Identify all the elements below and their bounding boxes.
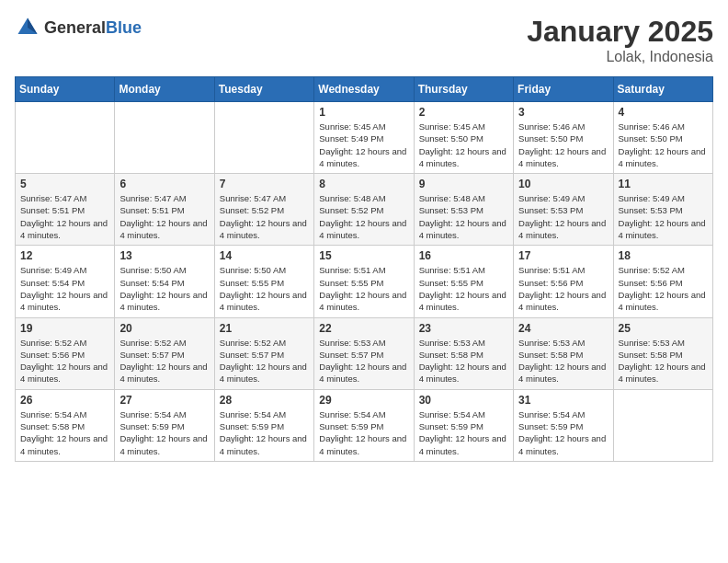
day-number: 12 [20, 249, 109, 262]
day-info: Sunrise: 5:50 AMSunset: 5:55 PMDaylight:… [220, 264, 309, 313]
day-info: Sunrise: 5:53 AMSunset: 5:58 PMDaylight:… [518, 337, 608, 385]
day-number: 4 [619, 106, 708, 119]
day-number: 17 [518, 249, 608, 262]
day-info: Sunrise: 5:47 AMSunset: 5:52 PMDaylight:… [220, 192, 309, 241]
day-number: 13 [119, 249, 209, 262]
calendar-cell: 29Sunrise: 5:54 AMSunset: 5:59 PMDayligh… [314, 389, 414, 461]
day-number: 14 [220, 249, 309, 262]
weekday-header: Saturday [613, 77, 712, 102]
calendar-cell: 2Sunrise: 5:45 AMSunset: 5:50 PMDaylight… [414, 102, 513, 174]
day-info: Sunrise: 5:53 AMSunset: 5:57 PMDaylight:… [319, 337, 408, 385]
day-number: 2 [419, 106, 508, 119]
logo: GeneralBlue [15, 15, 142, 40]
day-info: Sunrise: 5:51 AMSunset: 5:55 PMDaylight:… [419, 264, 508, 313]
day-info: Sunrise: 5:52 AMSunset: 5:56 PMDaylight:… [20, 337, 109, 385]
weekday-header: Thursday [414, 77, 513, 102]
calendar-cell [115, 102, 214, 174]
day-info: Sunrise: 5:51 AMSunset: 5:56 PMDaylight:… [518, 264, 608, 313]
day-info: Sunrise: 5:46 AMSunset: 5:50 PMDaylight:… [619, 121, 708, 169]
day-info: Sunrise: 5:54 AMSunset: 5:59 PMDaylight:… [419, 408, 508, 457]
calendar-cell: 3Sunrise: 5:46 AMSunset: 5:50 PMDaylight… [514, 102, 613, 174]
day-info: Sunrise: 5:49 AMSunset: 5:53 PMDaylight:… [619, 192, 708, 241]
calendar-cell: 21Sunrise: 5:52 AMSunset: 5:57 PMDayligh… [214, 317, 313, 389]
calendar-week-row: 5Sunrise: 5:47 AMSunset: 5:51 PMDaylight… [16, 174, 713, 246]
calendar-cell: 31Sunrise: 5:54 AMSunset: 5:59 PMDayligh… [514, 389, 613, 461]
day-info: Sunrise: 5:54 AMSunset: 5:58 PMDaylight:… [20, 408, 109, 457]
day-number: 27 [119, 394, 209, 407]
calendar-cell: 24Sunrise: 5:53 AMSunset: 5:58 PMDayligh… [514, 317, 613, 389]
weekday-header-row: SundayMondayTuesdayWednesdayThursdayFrid… [16, 77, 713, 102]
day-number: 11 [619, 178, 708, 190]
day-number: 20 [119, 322, 209, 335]
calendar-cell: 7Sunrise: 5:47 AMSunset: 5:52 PMDaylight… [214, 174, 313, 246]
calendar-cell: 25Sunrise: 5:53 AMSunset: 5:58 PMDayligh… [613, 317, 712, 389]
logo-icon [15, 15, 40, 40]
calendar-cell: 23Sunrise: 5:53 AMSunset: 5:58 PMDayligh… [414, 317, 513, 389]
calendar-cell: 6Sunrise: 5:47 AMSunset: 5:51 PMDaylight… [115, 174, 214, 246]
weekday-header: Wednesday [314, 77, 414, 102]
weekday-header: Tuesday [214, 77, 313, 102]
day-info: Sunrise: 5:48 AMSunset: 5:53 PMDaylight:… [419, 192, 508, 241]
calendar-week-row: 12Sunrise: 5:49 AMSunset: 5:54 PMDayligh… [16, 246, 713, 317]
day-number: 6 [119, 178, 209, 190]
day-info: Sunrise: 5:53 AMSunset: 5:58 PMDaylight:… [419, 337, 508, 385]
day-number: 26 [20, 394, 109, 407]
day-number: 15 [319, 249, 408, 262]
day-number: 31 [518, 394, 608, 407]
day-info: Sunrise: 5:45 AMSunset: 5:49 PMDaylight:… [319, 121, 408, 169]
day-number: 28 [220, 394, 309, 407]
page-header: GeneralBlue January 2025 Lolak, Indonesi… [15, 15, 713, 65]
day-number: 3 [518, 106, 608, 119]
day-number: 8 [319, 178, 408, 190]
weekday-header: Sunday [16, 77, 115, 102]
calendar-cell: 22Sunrise: 5:53 AMSunset: 5:57 PMDayligh… [314, 317, 414, 389]
calendar-cell: 16Sunrise: 5:51 AMSunset: 5:55 PMDayligh… [414, 246, 513, 317]
day-number: 7 [220, 178, 309, 190]
day-info: Sunrise: 5:54 AMSunset: 5:59 PMDaylight:… [319, 408, 408, 457]
day-info: Sunrise: 5:47 AMSunset: 5:51 PMDaylight:… [20, 192, 109, 241]
calendar-cell: 9Sunrise: 5:48 AMSunset: 5:53 PMDaylight… [414, 174, 513, 246]
calendar-cell: 18Sunrise: 5:52 AMSunset: 5:56 PMDayligh… [613, 246, 712, 317]
calendar-cell: 19Sunrise: 5:52 AMSunset: 5:56 PMDayligh… [16, 317, 115, 389]
day-number: 19 [20, 322, 109, 335]
calendar-cell: 13Sunrise: 5:50 AMSunset: 5:54 PMDayligh… [115, 246, 214, 317]
calendar-cell: 8Sunrise: 5:48 AMSunset: 5:52 PMDaylight… [314, 174, 414, 246]
day-info: Sunrise: 5:52 AMSunset: 5:57 PMDaylight:… [220, 337, 309, 385]
calendar-cell: 1Sunrise: 5:45 AMSunset: 5:49 PMDaylight… [314, 102, 414, 174]
weekday-header: Friday [514, 77, 613, 102]
day-number: 16 [419, 249, 508, 262]
day-number: 10 [518, 178, 608, 190]
day-number: 9 [419, 178, 508, 190]
day-number: 1 [319, 106, 408, 119]
day-info: Sunrise: 5:46 AMSunset: 5:50 PMDaylight:… [518, 121, 608, 169]
calendar-cell: 27Sunrise: 5:54 AMSunset: 5:59 PMDayligh… [115, 389, 214, 461]
calendar-cell: 14Sunrise: 5:50 AMSunset: 5:55 PMDayligh… [214, 246, 313, 317]
calendar-cell: 11Sunrise: 5:49 AMSunset: 5:53 PMDayligh… [613, 174, 712, 246]
day-number: 21 [220, 322, 309, 335]
calendar-cell: 26Sunrise: 5:54 AMSunset: 5:58 PMDayligh… [16, 389, 115, 461]
logo-general: GeneralBlue [44, 18, 142, 38]
day-info: Sunrise: 5:48 AMSunset: 5:52 PMDaylight:… [319, 192, 408, 241]
calendar-cell: 17Sunrise: 5:51 AMSunset: 5:56 PMDayligh… [514, 246, 613, 317]
weekday-header: Monday [115, 77, 214, 102]
calendar-cell [214, 102, 313, 174]
day-info: Sunrise: 5:54 AMSunset: 5:59 PMDaylight:… [119, 408, 209, 457]
calendar-cell: 15Sunrise: 5:51 AMSunset: 5:55 PMDayligh… [314, 246, 414, 317]
day-number: 29 [319, 394, 408, 407]
day-info: Sunrise: 5:45 AMSunset: 5:50 PMDaylight:… [419, 121, 508, 169]
day-number: 30 [419, 394, 508, 407]
calendar-week-row: 26Sunrise: 5:54 AMSunset: 5:58 PMDayligh… [16, 389, 713, 461]
day-info: Sunrise: 5:51 AMSunset: 5:55 PMDaylight:… [319, 264, 408, 313]
day-number: 24 [518, 322, 608, 335]
title-block: January 2025 Lolak, Indonesia [527, 15, 713, 65]
day-info: Sunrise: 5:52 AMSunset: 5:56 PMDaylight:… [619, 264, 708, 313]
day-info: Sunrise: 5:52 AMSunset: 5:57 PMDaylight:… [119, 337, 209, 385]
calendar-cell [16, 102, 115, 174]
calendar-week-row: 1Sunrise: 5:45 AMSunset: 5:49 PMDaylight… [16, 102, 713, 174]
calendar-cell: 12Sunrise: 5:49 AMSunset: 5:54 PMDayligh… [16, 246, 115, 317]
day-info: Sunrise: 5:49 AMSunset: 5:54 PMDaylight:… [20, 264, 109, 313]
calendar-cell: 10Sunrise: 5:49 AMSunset: 5:53 PMDayligh… [514, 174, 613, 246]
day-info: Sunrise: 5:47 AMSunset: 5:51 PMDaylight:… [119, 192, 209, 241]
calendar-cell [613, 389, 712, 461]
month-year: January 2025 [527, 15, 713, 49]
